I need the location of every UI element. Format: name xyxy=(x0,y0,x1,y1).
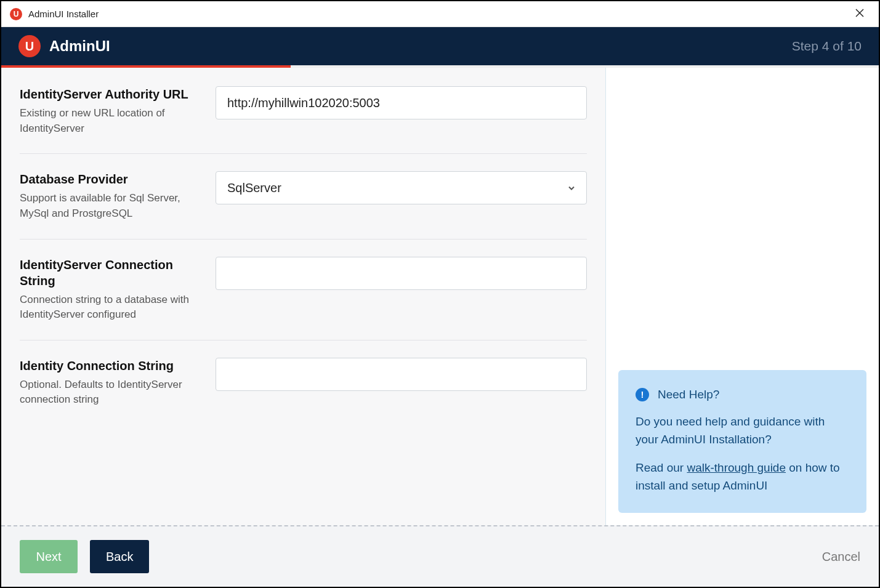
main-area: IdentityServer Authority URL Existing or… xyxy=(1,68,879,525)
help-body1: Do you need help and guidance with your … xyxy=(636,413,849,448)
row-database-provider: Database Provider Support is available f… xyxy=(20,171,587,239)
brand-title: AdminUI xyxy=(49,38,792,55)
next-button[interactable]: Next xyxy=(20,540,78,573)
chevron-down-icon xyxy=(568,181,575,195)
window-titlebar: U AdminUI Installer xyxy=(1,1,879,27)
brand-logo-icon: U xyxy=(18,35,41,57)
brand-header: U AdminUI Step 4 of 10 xyxy=(1,27,879,65)
authority-desc: Existing or new URL location of Identity… xyxy=(20,106,198,136)
identity-conn-desc: Optional. Defaults to IdentityServer con… xyxy=(20,377,198,408)
progress-fill xyxy=(1,65,291,68)
identity-conn-input[interactable] xyxy=(216,358,587,391)
row-authority-url: IdentityServer Authority URL Existing or… xyxy=(20,86,587,154)
help-title: Need Help? xyxy=(658,386,719,404)
help-box: ! Need Help? Do you need help and guidan… xyxy=(618,370,866,513)
authority-url-input[interactable] xyxy=(216,86,587,119)
db-provider-label: Database Provider xyxy=(20,171,198,187)
form-pane: IdentityServer Authority URL Existing or… xyxy=(1,68,605,525)
db-provider-select[interactable]: SqlServer xyxy=(216,171,587,204)
row-identity-connection: Identity Connection String Optional. Def… xyxy=(20,358,587,425)
db-provider-desc: Support is available for Sql Server, MyS… xyxy=(20,191,198,221)
ids-conn-label: IdentityServer Connection String xyxy=(20,257,198,289)
progress-bar xyxy=(1,65,879,68)
identity-conn-label: Identity Connection String xyxy=(20,358,198,374)
ids-conn-desc: Connection string to a database with Ide… xyxy=(20,292,198,323)
db-provider-value: SqlServer xyxy=(227,181,281,195)
authority-label: IdentityServer Authority URL xyxy=(20,86,198,102)
back-button[interactable]: Back xyxy=(90,540,149,573)
help-body2: Read our walk-through guide on how to in… xyxy=(636,459,849,494)
side-pane: ! Need Help? Do you need help and guidan… xyxy=(605,68,879,525)
footer-bar: Next Back Cancel xyxy=(1,525,879,587)
row-ids-connection: IdentityServer Connection String Connect… xyxy=(20,257,587,340)
info-icon: ! xyxy=(636,388,649,401)
step-indicator: Step 4 of 10 xyxy=(792,39,862,54)
close-icon xyxy=(855,9,864,20)
window-title: AdminUI Installer xyxy=(28,9,847,19)
ids-conn-input[interactable] xyxy=(216,257,587,290)
app-logo-icon: U xyxy=(10,8,22,20)
cancel-button[interactable]: Cancel xyxy=(822,550,860,564)
close-button[interactable] xyxy=(847,1,873,27)
walkthrough-link[interactable]: walk-through guide xyxy=(687,461,786,474)
